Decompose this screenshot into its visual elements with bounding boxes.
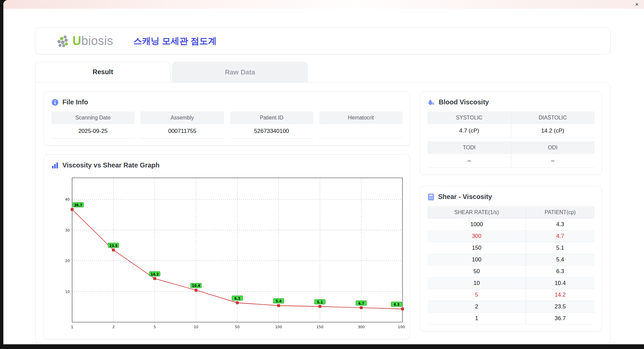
systolic-value: 4.7 (cP) (428, 124, 511, 138)
shear-rate-cell: 300 (428, 231, 526, 242)
result-panel: File Info Scanning Date2025-09-25Assembl… (35, 82, 610, 344)
bar-chart-icon (51, 162, 59, 169)
svg-text:50: 50 (235, 325, 240, 329)
svg-text:1000: 1000 (398, 325, 405, 329)
svg-text:2: 2 (112, 325, 115, 329)
svg-text:23.5: 23.5 (109, 244, 118, 248)
svg-text:5.1: 5.1 (317, 300, 323, 304)
patient-cp-cell: 10.4 (526, 278, 594, 289)
tab-result[interactable]: Result (35, 62, 170, 82)
svg-text:14.2: 14.2 (151, 272, 159, 276)
shear-rate-cell: 1 (428, 313, 526, 325)
patient-cp-cell: 5.4 (526, 254, 594, 266)
svg-text:10: 10 (194, 325, 198, 329)
close-icon[interactable]: × (635, 1, 639, 7)
blood-viscosity-table-group2: TODI ODI – – (428, 141, 594, 168)
svg-text:40: 40 (65, 197, 70, 202)
graph-title: Viscosity vs Shear Rate Graph (51, 161, 402, 169)
shear-rate-cell: 2 (428, 301, 526, 313)
viscosity-shear-chart: 1020304036.723.514.210.46.35.45.14.74.31… (58, 174, 405, 332)
todi-header: TODI (428, 141, 511, 154)
file-info-field: Hematocrit (319, 111, 402, 139)
file-info-fields: Scanning Date2025-09-25Assembly000711755… (51, 111, 402, 139)
odi-header: ODI (511, 141, 595, 154)
tab-raw-data[interactable]: Raw Data (172, 62, 308, 82)
todi-value: – (428, 154, 511, 168)
file-info-field: Scanning Date2025-09-25 (51, 111, 135, 139)
odi-value: – (511, 154, 595, 168)
patient-cp-cell: 23.5 (526, 301, 594, 313)
diastolic-header: DIASTOLIC (511, 111, 595, 124)
patient-cp-cell: 36.7 (526, 313, 594, 325)
blood-viscosity-card: Blood Viscosity SYSTOLIC DIASTOLIC 4.7 (… (420, 91, 602, 175)
shear-table-row: 1005.4 (428, 254, 594, 266)
svg-text:30: 30 (65, 228, 70, 233)
shear-table-row: 10004.3 (428, 219, 594, 231)
shear-table-row: 1010.4 (428, 278, 594, 289)
info-icon (51, 99, 59, 106)
field-label: Scanning Date (51, 111, 135, 124)
shear-viscosity-table: SHEAR RATE(1/s) PATIENT(cp) 10004.33004.… (428, 206, 594, 325)
header-card: Ubiosis 스캐닝 모세관 점도계 (35, 28, 610, 54)
right-column: Blood Viscosity SYSTOLIC DIASTOLIC 4.7 (… (420, 91, 602, 335)
svg-text:1: 1 (71, 325, 73, 329)
field-label: Hematocrit (319, 111, 402, 124)
blood-viscosity-title: Blood Viscosity (428, 98, 594, 106)
graph-card: Viscosity vs Shear Rate Graph 1020304036… (44, 154, 410, 339)
file-info-title: File Info (51, 98, 402, 106)
svg-text:6.3: 6.3 (234, 297, 240, 300)
shear-table-row: 506.3 (428, 266, 594, 278)
svg-text:20: 20 (65, 259, 70, 263)
svg-text:4.3: 4.3 (393, 303, 399, 306)
shear-table-header: SHEAR RATE(1/s) PATIENT(cp) (428, 206, 594, 219)
left-column: File Info Scanning Date2025-09-25Assembl… (44, 91, 410, 335)
field-value (319, 124, 402, 138)
svg-text:300: 300 (358, 325, 365, 329)
ubiosis-logo: Ubiosis (55, 34, 113, 48)
field-value: 52673340100 (230, 124, 313, 139)
patient-cp-cell: 14.2 (526, 289, 594, 301)
shear-viscosity-title: Shear - Viscosity (428, 193, 594, 201)
logo-cluster-icon (55, 34, 70, 48)
shear-table-row: 223.5 (428, 301, 594, 313)
shear-table-row: 3004.7 (428, 231, 594, 242)
svg-text:10.4: 10.4 (192, 284, 200, 288)
svg-text:10: 10 (65, 290, 70, 294)
field-label: Patient ID (230, 111, 313, 124)
svg-text:4.7: 4.7 (358, 302, 364, 305)
app-content: Ubiosis 스캐닝 모세관 점도계 Result Raw Data (3, 9, 644, 344)
shear-rate-cell: 150 (428, 242, 526, 254)
file-info-field: Patient ID52673340100 (230, 111, 313, 139)
field-label: Assembly (141, 111, 224, 124)
patient-cp-cell: 4.3 (526, 219, 594, 231)
calculator-icon (428, 193, 434, 201)
patient-cp-cell: 5.1 (526, 242, 594, 254)
blood-viscosity-table-group1: SYSTOLIC DIASTOLIC 4.7 (cP) 14.2 (cP) (428, 111, 594, 138)
shear-viscosity-card: Shear - Viscosity SHEAR RATE(1/s) PATIEN… (420, 186, 602, 332)
shear-rate-column-header: SHEAR RATE(1/s) (428, 206, 526, 219)
svg-text:150: 150 (316, 325, 323, 329)
shear-rate-cell: 50 (428, 266, 526, 278)
svg-text:36.7: 36.7 (74, 203, 83, 207)
diastolic-value: 14.2 (cP) (511, 124, 595, 138)
shear-rate-cell: 1000 (428, 219, 526, 231)
file-info-card: File Info Scanning Date2025-09-25Assembl… (44, 91, 410, 146)
systolic-header: SYSTOLIC (428, 111, 511, 124)
file-info-field: Assembly000711755 (141, 111, 224, 139)
shear-table-row: 514.2 (428, 289, 594, 301)
app-window: × Ubiosis 스캐닝 모세관 점도계 Resu (3, 0, 644, 344)
shear-rate-cell: 5 (428, 289, 526, 301)
logo-text: Ubiosis (72, 34, 113, 48)
svg-text:100: 100 (275, 325, 282, 329)
window-titlebar: × (3, 0, 644, 9)
shear-table-row: 1505.1 (428, 242, 594, 254)
page-title: 스캐닝 모세관 점도계 (133, 35, 217, 47)
svg-text:5: 5 (154, 325, 156, 329)
shear-rate-cell: 100 (428, 254, 526, 266)
shear-rate-cell: 10 (428, 278, 526, 289)
field-value: 000711755 (141, 124, 224, 139)
patient-cp-cell: 4.7 (526, 231, 594, 242)
shear-table-row: 136.7 (428, 313, 594, 325)
droplets-icon (428, 99, 435, 106)
svg-text:5.4: 5.4 (276, 299, 282, 303)
